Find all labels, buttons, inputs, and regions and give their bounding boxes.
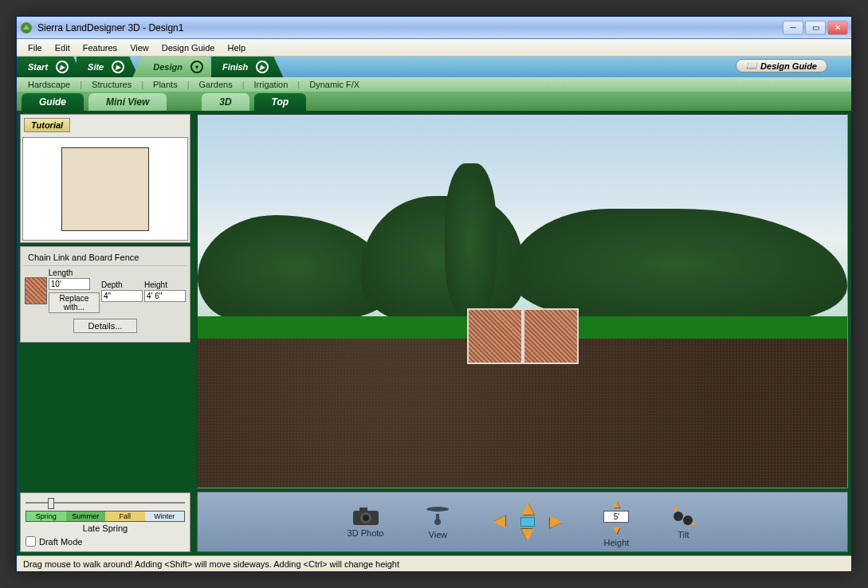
category-irrigation[interactable]: Irrigation xyxy=(249,80,293,89)
category-gardens[interactable]: Gardens xyxy=(194,80,238,89)
properties-row: Length Replace with... Depth Height xyxy=(23,266,187,314)
height-down[interactable]: ▼ xyxy=(611,523,623,536)
main-area: Tutorial Chain Link and Board Fence Leng… xyxy=(17,111,851,555)
play-icon: ▶ xyxy=(56,61,69,73)
nav-center[interactable] xyxy=(520,517,535,527)
view-tabs: Guide Mini View 3D Top xyxy=(17,92,851,111)
workflow-tab-design[interactable]: Design▼ xyxy=(132,57,218,77)
book-icon: 📖 xyxy=(746,61,757,71)
3d-photo-button[interactable]: 3D Photo xyxy=(348,506,384,538)
category-hardscape[interactable]: Hardscape xyxy=(23,80,75,89)
height-up[interactable]: ▲ xyxy=(611,497,623,510)
season-fall[interactable]: Fall xyxy=(105,512,145,521)
svg-point-9 xyxy=(683,515,693,525)
viewport-area: 3D Photo View ▲ ▲ ▲ ▲ ▲ ▼ xyxy=(194,111,851,555)
tilt-control[interactable]: Tilt xyxy=(669,504,697,539)
height-value-input[interactable] xyxy=(603,511,629,523)
tab-3d[interactable]: 3D xyxy=(202,93,249,111)
svg-point-8 xyxy=(674,512,683,521)
length-label: Length xyxy=(49,269,100,277)
window-title: Sierra LandDesigner 3D - Design1 xyxy=(37,22,783,33)
close-button[interactable]: ✕ xyxy=(827,21,848,35)
tab-guide[interactable]: Guide xyxy=(22,93,84,111)
length-input[interactable] xyxy=(49,278,90,290)
view-button[interactable]: View xyxy=(423,504,452,539)
tab-top[interactable]: Top xyxy=(254,93,307,111)
season-panel: Spring Summer Fall Winter Late Spring Dr… xyxy=(20,492,190,552)
season-summer[interactable]: Summer xyxy=(66,512,106,521)
object-info-panel: Chain Link and Board Fence Length Replac… xyxy=(20,246,190,343)
height-label: Height xyxy=(144,280,186,289)
lot-outline xyxy=(61,147,149,231)
maximize-button[interactable]: ▭ xyxy=(805,21,826,35)
fence-object[interactable] xyxy=(467,308,579,364)
tab-mini-view[interactable]: Mini View xyxy=(88,93,167,111)
svg-point-3 xyxy=(363,515,369,521)
menu-view[interactable]: View xyxy=(124,41,155,55)
dropdown-icon: ▼ xyxy=(190,61,203,73)
draft-mode-row: Draft Mode xyxy=(26,533,185,547)
nav-left[interactable]: ▲ xyxy=(487,512,512,532)
svg-point-5 xyxy=(426,507,449,512)
workflow-tab-start[interactable]: Start▶ xyxy=(17,57,83,77)
menu-edit[interactable]: Edit xyxy=(49,41,77,55)
nav-right[interactable]: ▲ xyxy=(544,512,569,532)
season-spring[interactable]: Spring xyxy=(26,512,66,521)
app-window: Sierra LandDesigner 3D - Design1 ─ ▭ ✕ F… xyxy=(16,16,852,572)
3d-controls: 3D Photo View ▲ ▲ ▲ ▲ ▲ ▼ xyxy=(197,492,848,552)
draft-label: Draft Mode xyxy=(39,537,82,547)
miniview-canvas[interactable] xyxy=(22,137,188,241)
svg-rect-7 xyxy=(436,514,439,522)
menu-file[interactable]: File xyxy=(22,41,49,55)
3d-viewport[interactable] xyxy=(197,114,848,488)
minimize-button[interactable]: ─ xyxy=(783,21,803,35)
draft-checkbox[interactable] xyxy=(26,536,36,547)
status-text: Drag mouse to walk around! Adding <Shift… xyxy=(23,559,399,569)
nav-back[interactable]: ▲ xyxy=(518,523,539,548)
season-current: Late Spring xyxy=(26,523,185,533)
season-strip: Spring Summer Fall Winter xyxy=(26,511,185,522)
workflow-bar: Start▶ Site▶ Design▼ Finish▶ 📖Design Gui… xyxy=(17,57,851,77)
play-icon: ▶ xyxy=(256,61,269,73)
miniview-panel: Tutorial xyxy=(20,114,190,243)
menu-help[interactable]: Help xyxy=(221,41,252,55)
slider-thumb[interactable] xyxy=(48,498,54,509)
details-button[interactable]: Details... xyxy=(73,319,138,333)
workflow-tab-site[interactable]: Site▶ xyxy=(77,57,139,77)
sidebar: Tutorial Chain Link and Board Fence Leng… xyxy=(17,111,194,555)
menu-design-guide[interactable]: Design Guide xyxy=(155,41,222,55)
category-structures[interactable]: Structures xyxy=(87,80,136,89)
category-plants[interactable]: Plants xyxy=(148,80,183,89)
height-input[interactable] xyxy=(144,290,186,302)
menubar: File Edit Features View Design Guide Hel… xyxy=(17,39,851,57)
season-slider[interactable] xyxy=(26,498,185,508)
category-bar: Hardscape| Structures| Plants| Gardens| … xyxy=(17,77,851,92)
play-icon: ▶ xyxy=(112,61,124,73)
window-controls: ─ ▭ ✕ xyxy=(783,21,848,35)
workflow-tab-finish[interactable]: Finish▶ xyxy=(211,57,283,77)
camera-icon xyxy=(352,506,380,527)
statusbar: Drag mouse to walk around! Adding <Shift… xyxy=(17,555,851,571)
replace-button[interactable]: Replace with... xyxy=(49,292,100,313)
view-icon xyxy=(423,504,452,528)
height-control: ▲ ▼ Height xyxy=(603,497,629,547)
material-swatch[interactable] xyxy=(25,277,47,304)
depth-input[interactable] xyxy=(101,290,143,302)
navigation-pad: ▲ ▲ ▲ ▲ xyxy=(492,499,564,545)
season-winter[interactable]: Winter xyxy=(145,512,185,521)
trees xyxy=(198,190,847,320)
object-name: Chain Link and Board Fence xyxy=(23,249,187,266)
app-icon xyxy=(20,22,33,34)
category-dynamicfx[interactable]: Dynamic F/X xyxy=(304,80,364,89)
tutorial-button[interactable]: Tutorial xyxy=(24,118,70,132)
design-guide-button[interactable]: 📖Design Guide xyxy=(736,59,827,73)
titlebar: Sierra LandDesigner 3D - Design1 ─ ▭ ✕ xyxy=(17,17,851,39)
binoculars-icon xyxy=(669,504,697,528)
depth-label: Depth xyxy=(101,280,143,289)
svg-rect-4 xyxy=(359,508,367,512)
menu-features[interactable]: Features xyxy=(77,41,124,55)
